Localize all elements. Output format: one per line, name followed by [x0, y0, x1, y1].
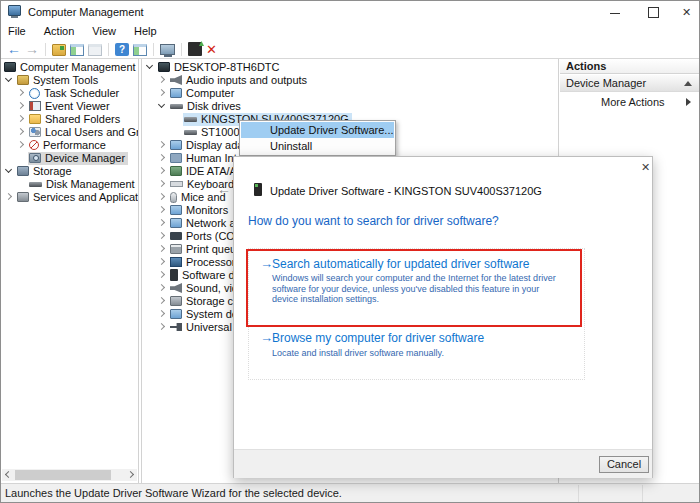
collapsed-chevron-icon[interactable] [158, 284, 165, 291]
tree-item-content: Network a [169, 217, 239, 230]
monitor-icon [170, 88, 182, 98]
actions-panel-title: Actions [560, 59, 700, 74]
printer-icon [170, 244, 182, 254]
expanded-chevron-icon[interactable] [5, 75, 12, 82]
window-title: Computer Management [28, 6, 144, 18]
collapsed-chevron-icon[interactable] [158, 271, 165, 278]
export-list-icon[interactable] [52, 44, 66, 56]
collapsed-chevron-icon[interactable] [17, 141, 24, 148]
show-console-tree-disabled-icon[interactable] [88, 44, 102, 56]
show-console-tree-icon[interactable] [70, 44, 84, 56]
expanded-chevron-icon[interactable] [5, 166, 12, 173]
menu-view[interactable]: View [92, 23, 116, 39]
tree-item-local-users-and-groups[interactable]: Local Users and Groups [1, 126, 138, 139]
tree-item-content: System Tools [16, 74, 101, 87]
ide-controller-icon [170, 166, 182, 176]
collapsed-chevron-icon[interactable] [17, 102, 24, 109]
actions-group-device-manager[interactable]: Device Manager [560, 75, 700, 92]
expanded-chevron-icon[interactable] [158, 101, 165, 108]
collapsed-chevron-icon[interactable] [158, 167, 165, 174]
tree-item-performance[interactable]: Performance [1, 139, 138, 152]
expanded-chevron-icon[interactable] [146, 62, 153, 69]
back-icon[interactable] [7, 42, 21, 57]
tree-item-label: Universal [186, 321, 232, 334]
tree-item-content: Monitors [169, 204, 231, 217]
close-button[interactable] [673, 1, 700, 23]
collapsed-chevron-icon[interactable] [158, 297, 165, 304]
collapse-icon[interactable] [684, 81, 692, 86]
computer-management-window: Computer Management FileActionViewHelp C… [0, 0, 700, 503]
mouse-icon [170, 192, 177, 203]
minimize-button[interactable] [601, 1, 631, 23]
tree-item-device-manager[interactable]: Device Manager [1, 152, 138, 165]
dialog-footer: Cancel [234, 449, 652, 478]
tree-item-content: Computer Management (Local [3, 61, 138, 74]
tree-item-audio-inputs-and-outputs[interactable]: Audio inputs and outputs [142, 74, 558, 87]
context-menu-item-uninstall[interactable]: Uninstall [241, 138, 394, 154]
tree-item-label: Computer [186, 87, 234, 100]
tree-item-task-scheduler[interactable]: Task Scheduler [1, 87, 138, 100]
status-bar: Launches the Update Driver Software Wiza… [1, 483, 699, 503]
tree-item-label: System de [186, 308, 238, 321]
toolbar [1, 41, 699, 59]
usb-controller-icon [170, 322, 182, 332]
menu-action[interactable]: Action [44, 23, 75, 39]
collapsed-chevron-icon[interactable] [158, 154, 165, 161]
collapsed-chevron-icon[interactable] [17, 128, 24, 135]
collapsed-chevron-icon[interactable] [5, 193, 12, 200]
tree-item-computer[interactable]: Computer [142, 87, 558, 100]
collapsed-chevron-icon[interactable] [158, 245, 165, 252]
forward-icon[interactable] [25, 42, 39, 57]
system-device-icon [170, 309, 182, 319]
tree-item-disk-drives[interactable]: Disk drives [142, 100, 558, 113]
collapsed-chevron-icon[interactable] [158, 232, 165, 239]
collapsed-chevron-icon[interactable] [158, 76, 165, 83]
tree-item-computer-management-local[interactable]: Computer Management (Local [1, 61, 138, 74]
tree-item-desktop-8th6dtc[interactable]: DESKTOP-8TH6DTC [142, 61, 558, 74]
tree-item-content: Local Users and Groups [28, 126, 138, 139]
tree-item-system-tools[interactable]: System Tools [1, 74, 138, 87]
context-menu-item-update-driver-software[interactable]: Update Driver Software... [241, 122, 394, 138]
uninstall-device-icon[interactable] [206, 42, 220, 57]
collapsed-chevron-icon[interactable] [158, 219, 165, 226]
tree-item-storage[interactable]: Storage [1, 165, 138, 178]
collapsed-chevron-icon[interactable] [17, 115, 24, 122]
tree-item-disk-management[interactable]: Disk Management [1, 178, 138, 191]
collapsed-chevron-icon[interactable] [158, 89, 165, 96]
help-icon[interactable] [115, 43, 129, 56]
collapsed-chevron-icon[interactable] [158, 141, 165, 148]
collapsed-chevron-icon[interactable] [158, 193, 165, 200]
collapsed-chevron-icon[interactable] [158, 323, 165, 330]
menu-file[interactable]: File [8, 23, 26, 39]
cancel-button[interactable]: Cancel [599, 456, 649, 473]
dialog-close-icon[interactable] [638, 160, 654, 176]
performance-icon [29, 140, 39, 150]
update-driver-dialog: Update Driver Software - KINGSTON SUV400… [233, 156, 653, 478]
tree-item-label: Local Users and Groups [45, 126, 138, 139]
update-driver-icon[interactable] [188, 42, 202, 56]
tree-item-label: Network a [186, 217, 236, 230]
collapsed-chevron-icon[interactable] [158, 258, 165, 265]
panel-divider[interactable] [138, 59, 139, 483]
maximize-button[interactable] [639, 1, 669, 23]
horizontal-scrollbar[interactable] [2, 469, 137, 481]
tree-item-event-viewer[interactable]: Event Viewer [1, 100, 138, 113]
collapsed-chevron-icon[interactable] [158, 180, 165, 187]
console-window-icon[interactable] [133, 44, 147, 56]
tree-item-content: Task Scheduler [28, 87, 122, 100]
collapsed-chevron-icon[interactable] [158, 310, 165, 317]
tree-item-content: Device Manager [28, 152, 128, 165]
collapsed-chevron-icon[interactable] [17, 89, 24, 96]
scroll-left-icon[interactable] [5, 471, 12, 478]
menu-help[interactable]: Help [134, 23, 157, 39]
tree-item-label: Storage co [186, 295, 239, 308]
remote-computer-icon[interactable] [160, 44, 175, 55]
tree-item-label: Sound, vid [186, 282, 238, 295]
collapsed-chevron-icon[interactable] [158, 206, 165, 213]
tree-item-shared-folders[interactable]: Shared Folders [1, 113, 138, 126]
more-actions-item[interactable]: More Actions [560, 94, 700, 110]
tree-item-services-and-applications[interactable]: Services and Applications [1, 191, 138, 204]
scrollbar-thumb[interactable] [15, 470, 111, 480]
option-browse-computer[interactable]: Browse my computer for driver software [272, 331, 484, 345]
scroll-right-icon[interactable] [127, 471, 134, 478]
